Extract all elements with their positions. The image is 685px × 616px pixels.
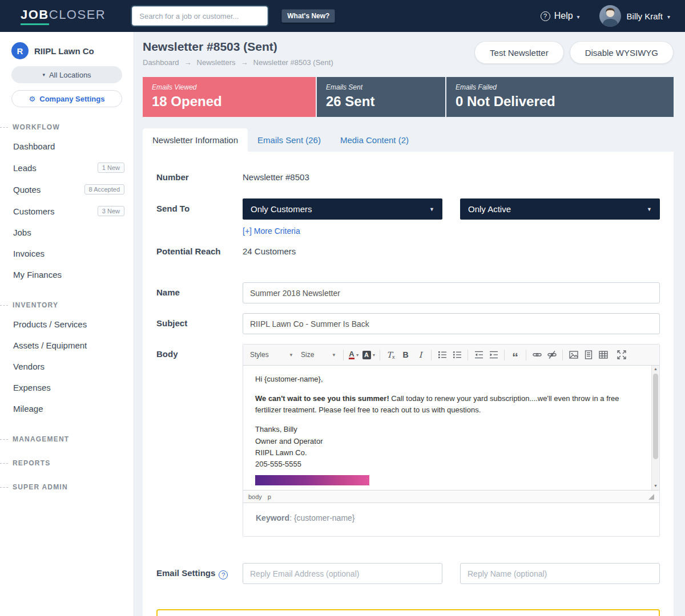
editor-signature-line: Thanks, Billy: [255, 424, 640, 435]
sidebar-item-label: Jobs: [13, 228, 31, 237]
sidebar-item-label: My Finances: [13, 270, 62, 279]
more-criteria-link[interactable]: [+] More Criteria: [243, 226, 300, 236]
tab-media-content[interactable]: Media Content (2): [331, 128, 418, 152]
sidebar-section-workflow: WORKFLOW: [0, 123, 134, 131]
editor-resize-handle[interactable]: [648, 494, 654, 500]
maximize-icon: [617, 350, 626, 359]
italic-button[interactable]: I: [413, 348, 428, 362]
sidebar-item-vendors[interactable]: Vendors: [0, 356, 134, 377]
email-settings-label: Email Settings?: [156, 563, 243, 584]
toolbar-separator: [504, 350, 505, 360]
size-dropdown[interactable]: Size ▼: [297, 348, 340, 362]
leads-badge: 1 New: [98, 163, 124, 173]
link-button[interactable]: [530, 348, 544, 362]
stat-value: 18 Opened: [152, 94, 307, 110]
main-content: Newsletter #8503 (Sent) Dashboard Newsle…: [134, 32, 685, 616]
page-header: Newsletter #8503 (Sent) Dashboard Newsle…: [143, 32, 674, 67]
sidebar-item-customers[interactable]: Customers 3 New: [0, 200, 134, 222]
potential-reach-label: Potential Reach: [156, 246, 243, 256]
sidebar-section-inventory: INVENTORY: [0, 301, 134, 309]
help-icon: ?: [541, 11, 550, 21]
scroll-down-icon[interactable]: ▼: [652, 483, 659, 490]
sidebar-item-label: Customers: [13, 206, 55, 216]
maximize-button[interactable]: [614, 348, 628, 362]
remove-format-button[interactable]: Tx: [384, 348, 398, 362]
sidebar-item-mileage[interactable]: Mileage: [0, 398, 134, 419]
unlink-button[interactable]: [545, 348, 559, 362]
sidebar-item-jobs[interactable]: Jobs: [0, 222, 134, 243]
sidebar-section-super-admin[interactable]: SUPER ADMIN: [0, 483, 134, 491]
sidebar-item-label: Vendors: [13, 362, 45, 371]
company-row[interactable]: R RIIPL Lawn Co: [0, 42, 134, 59]
stat-emails-viewed: Emails Viewed 18 Opened: [143, 77, 316, 117]
tab-newsletter-information[interactable]: Newsletter Information: [143, 128, 248, 152]
gear-icon: ⚙: [29, 95, 36, 103]
help-menu[interactable]: ? Help ▾: [541, 11, 580, 21]
numbered-list-icon: [438, 350, 447, 359]
reply-email-input[interactable]: [243, 563, 442, 584]
number-label: Number: [156, 172, 243, 182]
newsletter-subject-input[interactable]: [243, 313, 660, 334]
insert-template-button[interactable]: [581, 348, 595, 362]
link-icon: [533, 350, 542, 359]
toolbar-separator: [431, 350, 432, 360]
decrease-indent-button[interactable]: [472, 348, 486, 362]
send-to-filter-select[interactable]: Only Active ▼: [460, 198, 660, 220]
scrollbar-thumb[interactable]: [653, 374, 658, 459]
increase-indent-button[interactable]: [486, 348, 501, 362]
styles-dropdown[interactable]: Styles ▼: [247, 348, 297, 362]
newsletter-name-input[interactable]: [243, 282, 660, 303]
editor-signature-line: Owner and Operator: [255, 436, 640, 447]
body-editor-container: Styles ▼ Size ▼ A ▼: [243, 344, 660, 537]
background-color-button[interactable]: A ▼: [362, 348, 376, 362]
sidebar-item-expenses[interactable]: Expenses: [0, 377, 134, 398]
send-to-select[interactable]: Only Customers ▼: [243, 198, 442, 220]
insert-table-button[interactable]: [596, 348, 610, 362]
sidebar-item-quotes[interactable]: Quotes 8 Accepted: [0, 179, 134, 200]
company-settings-button[interactable]: ⚙ Company Settings: [11, 90, 122, 107]
app-logo[interactable]: JOBCLOSER: [21, 7, 106, 25]
test-newsletter-button[interactable]: Test Newsletter: [474, 41, 564, 64]
toolbar-separator: [343, 350, 344, 360]
bulleted-list-button[interactable]: [450, 348, 464, 362]
sidebar-section-management[interactable]: MANAGEMENT: [0, 435, 134, 443]
bold-button[interactable]: B: [398, 348, 413, 362]
sidebar-section-reports[interactable]: REPORTS: [0, 459, 134, 467]
scroll-up-icon[interactable]: ▲: [652, 366, 659, 373]
whats-new-button[interactable]: What's New?: [281, 9, 335, 23]
editor-content[interactable]: Hi {customer-name}, We can't wait to see…: [243, 366, 659, 490]
breadcrumb-dashboard[interactable]: Dashboard: [143, 58, 179, 67]
sidebar-item-my-finances[interactable]: My Finances: [0, 264, 134, 285]
keyword-hint: Keyword: {customer-name}: [243, 503, 659, 536]
sidebar-item-invoices[interactable]: Invoices: [0, 243, 134, 264]
bulleted-list-icon: [453, 350, 462, 359]
embedded-image[interactable]: [255, 475, 369, 485]
insert-image-button[interactable]: [566, 348, 581, 362]
text-color-button[interactable]: A ▼: [347, 348, 361, 362]
numbered-list-button[interactable]: [435, 348, 449, 362]
sidebar-item-dashboard[interactable]: Dashboard: [0, 136, 134, 157]
caret-down-icon: ▼: [647, 206, 652, 212]
decrease-indent-icon: [474, 350, 483, 359]
blockquote-button[interactable]: “: [508, 348, 522, 362]
sidebar-item-assets-equipment[interactable]: Assets / Equipment: [0, 335, 134, 356]
tab-emails-sent[interactable]: Emails Sent (26): [248, 128, 331, 152]
path-p[interactable]: p: [268, 493, 271, 500]
reply-name-input[interactable]: [460, 563, 660, 584]
user-menu[interactable]: Billy Kraft ▾: [627, 11, 670, 21]
increase-indent-icon: [489, 350, 498, 359]
editor-signature-line: 205-555-5555: [255, 459, 640, 470]
global-search-input[interactable]: [132, 6, 268, 26]
disable-wysiwyg-button[interactable]: Disable WYSIWYG: [570, 41, 674, 64]
sidebar-item-label: Invoices: [13, 249, 45, 258]
path-body[interactable]: body: [248, 493, 262, 500]
user-avatar[interactable]: [599, 5, 621, 27]
send-to-label: Send To: [156, 198, 243, 236]
breadcrumb-newsletters[interactable]: Newsletters: [179, 58, 236, 67]
sidebar-item-products-services[interactable]: Products / Services: [0, 314, 134, 335]
all-locations-select[interactable]: ▾ All Locations: [11, 66, 122, 83]
send-checklist-alert: Ready to send your newsletter?Please che…: [156, 609, 660, 616]
sidebar-item-leads[interactable]: Leads 1 New: [0, 157, 134, 179]
email-settings-help-icon[interactable]: ?: [219, 570, 228, 579]
editor-scrollbar[interactable]: ▲ ▼: [651, 366, 659, 490]
